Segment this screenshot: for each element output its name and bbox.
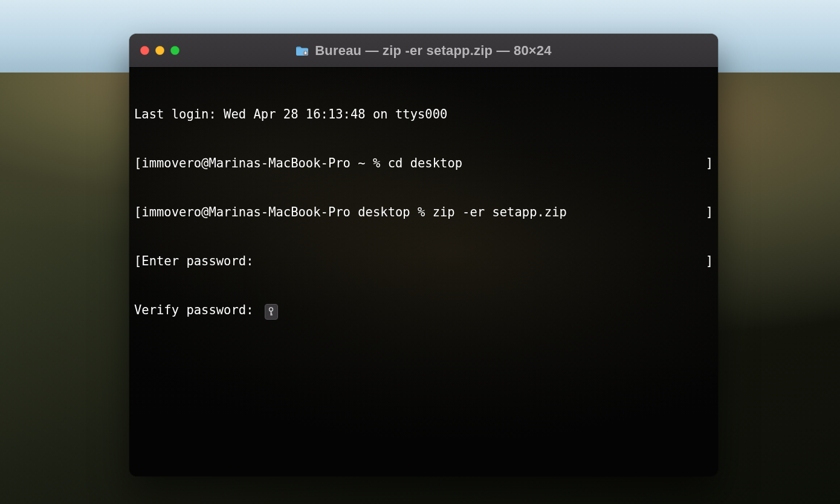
bracket-open: [ [134, 205, 141, 219]
command-text: zip -er setapp.zip [433, 205, 567, 219]
prompt: immovero@Marinas-MacBook-Pro desktop % [141, 205, 432, 219]
terminal-body[interactable]: Last login: Wed Apr 28 16:13:48 on ttys0… [129, 68, 718, 476]
window-traffic-lights [140, 46, 179, 55]
prompt: immovero@Marinas-MacBook-Pro ~ % [141, 156, 387, 170]
bracket-close: ] [706, 204, 713, 221]
window-titlebar[interactable]: Bureau — zip -er setapp.zip — 80×24 [129, 34, 718, 68]
bracket-open: [ [134, 156, 141, 170]
close-button[interactable] [140, 46, 149, 55]
svg-rect-4 [271, 313, 273, 314]
terminal-line-4: [Enter password: ] [134, 253, 713, 270]
terminal-line-5: Verify password: [134, 302, 713, 320]
svg-rect-3 [271, 314, 273, 315]
window-title: Bureau — zip -er setapp.zip — 80×24 [315, 43, 552, 59]
enter-password-label: Enter password: [141, 254, 260, 268]
svg-point-0 [303, 51, 308, 56]
verify-password-label: Verify password: [134, 303, 261, 317]
bracket-open: [ [134, 254, 141, 268]
terminal-line-3: [immovero@Marinas-MacBook-Pro desktop % … [134, 204, 713, 221]
bracket-close: ] [706, 155, 713, 172]
command-text: cd desktop [388, 156, 462, 170]
minimize-button[interactable] [155, 46, 164, 55]
terminal-line-2: [immovero@Marinas-MacBook-Pro ~ % cd des… [134, 155, 713, 172]
zoom-button[interactable] [170, 46, 179, 55]
bracket-close: ] [706, 253, 713, 270]
terminal-line-lastlogin: Last login: Wed Apr 28 16:13:48 on ttys0… [134, 106, 713, 123]
desktop-wallpaper: Bureau — zip -er setapp.zip — 80×24 Last… [0, 0, 840, 504]
folder-download-icon [296, 45, 309, 56]
terminal-window[interactable]: Bureau — zip -er setapp.zip — 80×24 Last… [129, 34, 718, 476]
svg-point-1 [270, 308, 273, 311]
key-icon [265, 304, 278, 320]
terminal-output[interactable]: Last login: Wed Apr 28 16:13:48 on ttys0… [134, 74, 713, 352]
